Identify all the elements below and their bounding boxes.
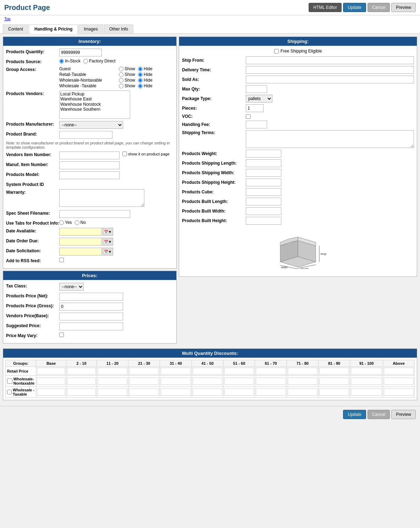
wt-11-20-input[interactable] — [98, 389, 127, 396]
wt-hide[interactable]: Hide — [138, 83, 153, 88]
retail-61-70-input[interactable] — [256, 368, 286, 375]
free-shipping-checkbox[interactable] — [274, 49, 279, 54]
wt-base-input[interactable] — [37, 389, 65, 396]
wt-41-50-input[interactable] — [193, 389, 222, 396]
retail-71-80-input[interactable] — [288, 368, 317, 375]
show-on-page-checkbox[interactable] — [122, 152, 127, 156]
guest-show[interactable]: Show — [119, 66, 135, 71]
manuf-item-number-input[interactable] — [59, 161, 120, 169]
shipping-width-input[interactable] — [246, 169, 281, 177]
update-button-bottom[interactable]: Update — [343, 410, 366, 419]
wnt-81-90-input[interactable] — [319, 378, 349, 385]
in-stock-radio[interactable] — [59, 59, 64, 64]
preview-button-bottom[interactable]: Preview — [391, 410, 416, 419]
use-tabs-yes[interactable]: Yes — [59, 220, 72, 225]
wt-51-60-input[interactable] — [224, 389, 254, 396]
wnt-41-50-input[interactable] — [193, 378, 222, 385]
free-shipping-label[interactable]: Free Shipping Eligible — [281, 49, 322, 54]
date-order-due-calendar[interactable]: 📅▼ — [103, 238, 113, 246]
wholesale-nt-checkbox-label[interactable]: Wholesale-Nontaxable — [7, 377, 34, 385]
warranty-textarea[interactable] — [59, 189, 144, 207]
wt-31-40-input[interactable] — [161, 389, 190, 396]
retail-base-input[interactable] — [37, 368, 65, 375]
wnt-above-input[interactable] — [384, 378, 414, 385]
shipping-height-input[interactable] — [246, 178, 281, 186]
date-available-input[interactable] — [59, 228, 102, 236]
html-editor-button[interactable]: HTML Editor — [309, 3, 342, 12]
retail-11-20-input[interactable] — [98, 368, 127, 375]
vendors-list[interactable]: Local Pickup Warehouse East Warehouse No… — [59, 90, 130, 119]
wholesale-nt-checkbox[interactable] — [7, 378, 12, 385]
spec-sheet-input[interactable] — [59, 210, 130, 218]
max-qty-input[interactable] — [246, 85, 267, 93]
wnt-2-10-input[interactable] — [67, 378, 96, 385]
retail-hide[interactable]: Hide — [138, 72, 153, 77]
shipping-terms-textarea[interactable] — [246, 130, 414, 148]
date-solicitation-calendar[interactable]: 📅▼ — [103, 248, 113, 255]
retail-above-input[interactable] — [384, 368, 414, 375]
retail-show[interactable]: Show — [119, 72, 135, 77]
wnt-71-80-input[interactable] — [288, 378, 317, 385]
wnt-base-input[interactable] — [37, 378, 65, 385]
suggested-price-input[interactable] — [59, 323, 123, 330]
delivery-time-input[interactable] — [246, 66, 414, 74]
wholesale-t-checkbox[interactable] — [7, 389, 12, 396]
product-brand-input[interactable] — [59, 131, 112, 139]
wnt-21-30-input[interactable] — [129, 378, 159, 385]
tab-content[interactable]: Content — [3, 24, 28, 33]
wt-61-70-input[interactable] — [256, 389, 286, 396]
preview-button-top[interactable]: Preview — [391, 3, 416, 12]
wt-71-80-input[interactable] — [288, 389, 317, 396]
top-link[interactable]: Top — [0, 15, 420, 22]
in-stock-option[interactable]: In-Stock — [59, 59, 81, 64]
wnt-61-70-input[interactable] — [256, 378, 286, 385]
wt-91-100-input[interactable] — [351, 389, 382, 396]
pieces-input[interactable] — [246, 104, 264, 112]
built-width-input[interactable] — [246, 207, 281, 215]
wnt-31-40-input[interactable] — [161, 378, 190, 385]
ship-from-input[interactable] — [246, 56, 414, 64]
retail-81-90-input[interactable] — [319, 368, 349, 375]
tab-handling-pricing[interactable]: Handling & Pricing — [29, 24, 78, 34]
vendor-warehouse-east[interactable]: Warehouse East — [60, 97, 129, 101]
date-available-calendar[interactable]: 📅▼ — [103, 228, 113, 236]
voc-checkbox[interactable] — [246, 114, 250, 119]
cancel-button-top[interactable]: Cancel — [368, 3, 390, 12]
guest-hide[interactable]: Hide — [138, 66, 153, 71]
vendors-item-number-input[interactable] — [59, 152, 120, 159]
retail-21-30-input[interactable] — [129, 368, 159, 375]
factory-direct-option[interactable]: Factory Direct — [83, 59, 116, 64]
use-tabs-no[interactable]: No — [75, 220, 86, 225]
vendors-price-base-input[interactable] — [59, 313, 123, 320]
wnt-11-20-input[interactable] — [98, 378, 127, 385]
wt-21-30-input[interactable] — [129, 389, 159, 396]
products-model-input[interactable] — [59, 171, 120, 179]
wnt-91-100-input[interactable] — [351, 378, 382, 385]
tax-class-select[interactable]: --none-- — [59, 283, 84, 291]
wt-81-90-input[interactable] — [319, 389, 349, 396]
vendor-local-pickup[interactable]: Local Pickup — [60, 92, 129, 97]
tab-images[interactable]: Images — [78, 24, 103, 33]
update-button-top[interactable]: Update — [343, 3, 366, 12]
package-type-select[interactable]: pallets box envelope — [246, 95, 272, 103]
date-solicitation-input[interactable] — [59, 248, 102, 255]
vendor-warehouse-southern[interactable]: Warehouse Southern — [60, 107, 129, 112]
cancel-button-bottom[interactable]: Cancel — [368, 410, 390, 419]
built-height-input[interactable] — [246, 217, 281, 225]
wnt-show[interactable]: Show — [119, 78, 135, 83]
sold-as-input[interactable] — [246, 76, 414, 83]
wholesale-t-checkbox-label[interactable]: Wholesale -Taxable — [7, 388, 34, 396]
wt-above-input[interactable] — [384, 389, 414, 396]
factory-direct-radio[interactable] — [83, 59, 88, 64]
wnt-hide[interactable]: Hide — [138, 78, 153, 83]
retail-31-40-input[interactable] — [161, 368, 190, 375]
retail-91-100-input[interactable] — [351, 368, 382, 375]
products-weight-input[interactable] — [246, 150, 281, 158]
retail-51-60-input[interactable] — [224, 368, 254, 375]
date-order-due-input[interactable] — [59, 238, 102, 246]
wnt-51-60-input[interactable] — [224, 378, 254, 385]
shipping-length-input[interactable] — [246, 159, 281, 167]
retail-41-50-input[interactable] — [193, 368, 222, 375]
price-may-vary-checkbox[interactable] — [59, 332, 64, 337]
show-on-page-label[interactable]: show it on product page — [122, 152, 170, 156]
